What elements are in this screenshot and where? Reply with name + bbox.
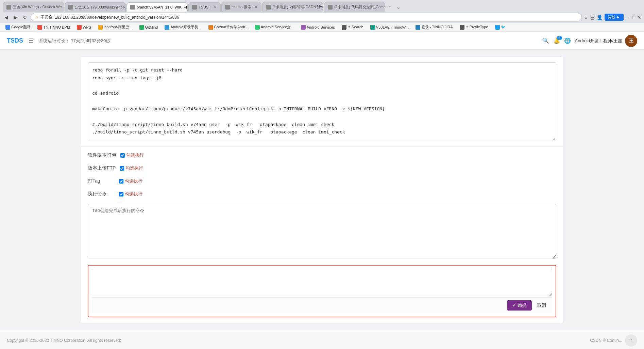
tab-close-tsds[interactable]: ✕: [214, 5, 217, 10]
bookmark-icon-android-service-all: [255, 25, 260, 30]
hamburger-button[interactable]: ☰: [29, 37, 33, 44]
browser-tab-csdn1[interactable]: (1条消息) 内容管理-CSDN创作... ✕: [262, 2, 323, 12]
bookmark-search[interactable]: ✦ Search: [339, 24, 366, 30]
bookmark-bpm[interactable]: TN TINNO BPM: [35, 24, 73, 30]
minimize-button[interactable]: —: [626, 15, 630, 20]
bookmark-v501ae[interactable]: V501AE - TinnoW...: [368, 24, 411, 30]
browser-tab-jenkins[interactable]: 172.16.2.179:8080/jenkins/job... ✕: [65, 2, 126, 12]
bookmark-label-twitter: 🐦: [501, 25, 506, 29]
notification-button[interactable]: 🔔 1: [553, 37, 560, 44]
footer-right: CSDN ® Conun... ↑: [590, 334, 637, 347]
header-actions: 🔍 🔔 1 🌐 Android开发工程师/王鑫 王: [542, 35, 637, 47]
field-ftp-checkbox-label[interactable]: 勾选执行: [125, 165, 143, 171]
forward-button[interactable]: ▶: [12, 14, 19, 21]
field-cmd-checkbox[interactable]: [119, 192, 123, 196]
browser-tab-tsds[interactable]: TSDS | ✕: [188, 2, 221, 12]
footer: Copyright © 2015-2020 TINNO Corporation.…: [0, 330, 644, 349]
bookmark-android-dev[interactable]: Android开发手机...: [162, 24, 204, 30]
bookmark-icon-wps: [77, 25, 82, 30]
tab-favicon-branch: [130, 5, 135, 10]
bookmark-iconfont[interactable]: iconfont-阿里巴...: [95, 24, 135, 30]
reader-mode-button[interactable]: ▤: [590, 15, 595, 20]
bookmark-label-android-services: Android Services: [307, 25, 335, 29]
reload-button[interactable]: ↻: [21, 14, 29, 21]
back-button[interactable]: ◀: [3, 14, 10, 21]
bookmark-label-android-dev: Android开发手机...: [170, 25, 201, 30]
field-cmd-checkbox-label[interactable]: 勾选执行: [125, 191, 142, 197]
code-textarea[interactable]: repo forall -p -c git reset --hard repo …: [88, 62, 556, 141]
cmd-textarea[interactable]: [88, 204, 556, 258]
field-pack-checkbox-label[interactable]: 勾选执行: [126, 152, 144, 158]
bookmarks-bar: Google翻译 TN TINNO BPM WPS iconfont-阿里巴..…: [0, 23, 644, 32]
field-tag-checkbox-item: 勾选执行: [119, 178, 142, 184]
bookmark-profiletype[interactable]: ✦ ProfileType: [457, 24, 491, 30]
field-cmd-label: 执行命令: [88, 191, 115, 197]
bookmark-carson[interactable]: Carson带你学Andr...: [206, 24, 251, 30]
field-pack-checkbox[interactable]: [120, 153, 125, 158]
buttons-row: ✔ 确提 取消: [92, 297, 552, 313]
new-tab-button[interactable]: ＋: [386, 3, 394, 11]
tab-label-csdn2: (1条消息) 代码提交交流_Come...: [334, 4, 385, 10]
bookmark-jira[interactable]: 登录 - TINNO JIRA: [413, 24, 456, 30]
bookmark-icon-bpm: [37, 25, 42, 30]
bookmark-label-android-service-all: Android Service全...: [261, 25, 294, 30]
bookmark-android-services[interactable]: Android Services: [298, 24, 338, 30]
runtime-label: 系统运行时长：: [39, 38, 70, 43]
code-line-7: [92, 113, 552, 121]
tab-label-csdm: csdm - 搜索: [232, 4, 251, 10]
bookmark-icon-twitter: [495, 25, 500, 30]
confirm-button[interactable]: ✔ 确提: [507, 300, 532, 311]
tab-favicon-csdm: [225, 5, 230, 10]
scroll-to-top-button[interactable]: ↑: [625, 334, 637, 347]
browser-tab-csdm[interactable]: csdm - 搜索 ✕: [221, 2, 261, 12]
code-line-6: makeConfig -p vendor/tinno/product/v745a…: [92, 106, 552, 113]
bookmark-star-button[interactable]: ☆: [584, 15, 588, 20]
tab-favicon-csdn1: [266, 5, 271, 10]
field-pack-label: 软件版本打包: [88, 152, 116, 158]
form-row-pack: 软件版本打包 勾选执行: [88, 152, 556, 158]
bookmark-icon-gitmind: [139, 25, 144, 30]
code-textarea-wrapper: repo forall -p -c git reset --hard repo …: [88, 62, 556, 141]
bookmark-wps[interactable]: WPS: [74, 24, 94, 30]
address-bar[interactable]: ⚠ 不安全 192.168.32.23:8888/developer/new_b…: [31, 13, 582, 21]
runtime-value: 17天2小时33分20秒: [71, 38, 111, 43]
bookmark-android-service-all[interactable]: Android Service全...: [252, 24, 297, 30]
bookmark-icon-android-services: [301, 25, 306, 30]
account-button[interactable]: 👤: [597, 15, 603, 20]
field-tag-checkbox[interactable]: [119, 179, 123, 184]
tab-favicon-jenkins: [68, 5, 73, 10]
code-line-2: repo sync -c --no-tags -j8: [92, 75, 552, 82]
notification-badge: 1: [557, 36, 562, 40]
search-button[interactable]: 🔍: [542, 37, 549, 44]
language-button[interactable]: 🌐: [564, 37, 571, 44]
bookmark-gitmind[interactable]: GitMind: [137, 24, 161, 30]
bookmark-translate[interactable]: Google翻译: [3, 24, 33, 30]
browser-tab-csdn2[interactable]: (1条消息) 代码提交交流_Come... ✕: [324, 2, 385, 12]
avatar: 王: [625, 35, 637, 47]
form-row-tag: 打Tag 勾选执行: [88, 178, 556, 184]
maximize-button[interactable]: □: [632, 15, 635, 20]
form-row-cmd: 执行命令 勾选执行: [88, 191, 556, 197]
field-ftp-checkbox[interactable]: [120, 166, 124, 171]
bookmark-label-iconfont: iconfont-阿里巴...: [104, 25, 132, 30]
browser-tab-branch[interactable]: branch:V745AN_11.0_WIK_FR ✕: [126, 2, 188, 12]
tab-label-branch: branch:V745AN_11.0_WIK_FR: [137, 5, 188, 9]
tab-close-csdm[interactable]: ✕: [254, 5, 258, 10]
bookmark-icon-v501ae: [370, 25, 375, 30]
field-ftp-label: 版本上传FTP: [88, 165, 116, 171]
tab-favicon-csdn2: [328, 5, 333, 10]
form-container: repo forall -p -c git reset --hard repo …: [81, 57, 563, 323]
tab-list-button[interactable]: ⌄: [395, 3, 402, 10]
user-info[interactable]: Android开发工程师/王鑫 王: [575, 35, 637, 47]
update-button[interactable]: 更新 ►: [605, 14, 624, 21]
browser-chrome: 王鑫(Xin Wang) - Outlook We... ✕ 172.16.2.…: [0, 0, 644, 32]
cancel-button[interactable]: 取消: [535, 300, 549, 311]
code-area: repo forall -p -c git reset --hard repo …: [81, 57, 563, 147]
field-ftp-checkbox-item: 勾选执行: [120, 165, 143, 171]
bookmark-icon-jira: [416, 25, 420, 30]
browser-tab-outlook[interactable]: 王鑫(Xin Wang) - Outlook We... ✕: [3, 2, 64, 12]
close-browser-button[interactable]: ✕: [637, 15, 641, 20]
bookmark-twitter[interactable]: 🐦: [492, 24, 508, 30]
popup-textarea[interactable]: [92, 269, 552, 296]
field-tag-checkbox-label[interactable]: 勾选执行: [125, 178, 142, 184]
